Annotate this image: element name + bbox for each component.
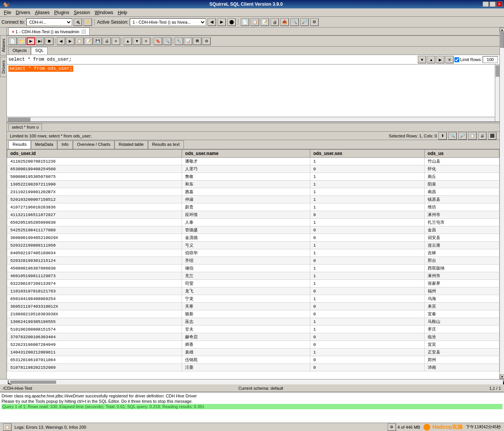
table-row[interactable]: 632200197209133974司莹1张家界 <box>7 280 499 287</box>
limit-rows-checkbox[interactable] <box>454 57 459 62</box>
table-row[interactable]: 360521197403310012X关寒0来宾 <box>7 303 499 310</box>
stop-session-button[interactable]: ⬤ <box>227 18 236 26</box>
print-button[interactable]: 🖨 <box>271 18 279 26</box>
find-button[interactable]: 🔍 <box>163 37 171 45</box>
table-row[interactable]: 640502197405189034伯琼华1吉林 <box>7 249 499 257</box>
table-row[interactable]: 411025200708151236潘敬才1竹山县 <box>7 158 499 165</box>
up-button[interactable]: ▲ <box>124 37 132 45</box>
hscroll-thumb[interactable] <box>10 381 56 384</box>
copy-results-button[interactable]: 📋 <box>468 132 477 140</box>
prev-sql-button[interactable]: ◀ <box>57 37 65 45</box>
export-results-button[interactable]: ⬆ <box>438 132 447 140</box>
close-button[interactable]: ✕ <box>496 2 502 7</box>
result-tab-charts[interactable]: Overview / Charts <box>73 140 114 149</box>
memory-icon[interactable]: ⚙ <box>388 423 396 431</box>
menu-windows[interactable]: Windows <box>92 9 116 16</box>
connect-button[interactable]: 🔌 <box>74 18 82 26</box>
session-tab-1[interactable]: × 1 - CDH-Hive-Test () as hiveadmin ⬜ <box>8 27 90 35</box>
tools3-button[interactable]: 🛠 <box>193 37 201 45</box>
right-scrollbar-thumb[interactable] <box>500 32 504 48</box>
tools2-button[interactable]: 📊 <box>184 37 192 45</box>
table-row[interactable]: 522623196007284949师香0宜宾 <box>7 341 499 349</box>
editor-scrollbar-thumb[interactable] <box>496 65 499 77</box>
save-sql-button[interactable]: 💾 <box>93 37 102 45</box>
limit-rows-input[interactable] <box>483 56 498 63</box>
menu-help[interactable]: Help <box>116 9 130 16</box>
copy-sql-button[interactable]: 📋 <box>75 37 84 45</box>
format-sql-button[interactable]: ≡ <box>112 37 120 45</box>
table-row[interactable]: 520103200907158512仲淑1镇原县 <box>7 196 499 203</box>
bottom-hscrollbar[interactable]: ◀ ▶ <box>0 379 504 384</box>
table-row[interactable]: 210868219510303938X骆新0宜春 <box>7 310 499 318</box>
scroll-up-button[interactable]: ▲ <box>500 27 504 32</box>
menu-aliases[interactable]: Aliases <box>32 9 52 16</box>
col-id[interactable]: ods_user.id <box>7 150 182 158</box>
run-sql-button[interactable]: ▶ <box>27 37 35 45</box>
next-session-button[interactable]: ▶ <box>217 18 226 26</box>
table-row[interactable]: 360800199405210029X金茂德0诏安县 <box>7 234 499 242</box>
open-sql-button[interactable]: 📁 <box>18 37 26 45</box>
menu-file[interactable]: File <box>2 9 13 16</box>
new-session-button[interactable]: 📄 <box>241 18 249 26</box>
table-row[interactable]: 460105199811129873充兰1涿州市 <box>7 272 499 280</box>
result-tab-metadata[interactable]: MetaData <box>31 140 58 149</box>
down-button[interactable]: ▼ <box>133 37 141 45</box>
hscroll-left-button[interactable]: ◀ <box>8 380 9 384</box>
session-combo[interactable]: 1 - CDH-Hive-Test () as hivea... <box>130 18 206 26</box>
tab-objects[interactable]: Objects <box>8 47 31 55</box>
drivers-tab[interactable]: Drivers <box>0 57 7 77</box>
result-tab-results[interactable]: Results <box>8 140 31 149</box>
log-icon-button[interactable]: 📋 <box>3 423 11 431</box>
table-row[interactable]: 410727196010283836蔚贵1维坊 <box>7 203 499 211</box>
table-row[interactable]: 510106200808151574甘夫1枣庄 <box>7 326 499 333</box>
table-row[interactable]: 542525198411177088管德盛0金昌 <box>7 226 499 234</box>
paste-sql-button[interactable]: 📝 <box>84 37 93 45</box>
table-row[interactable]: 520322199809111950弓义1连云港 <box>7 242 499 249</box>
table-row[interactable]: 510781198202152989汪垂0沛南 <box>7 364 499 371</box>
menu-plugins[interactable]: Plugins <box>52 9 71 16</box>
export-button[interactable]: 📤 <box>280 18 289 26</box>
bookmark-button[interactable]: 🔖 <box>154 37 162 45</box>
copy-session-button[interactable]: 📝 <box>261 18 269 26</box>
table-row[interactable]: 450800196307096030储伯1西双版纳 <box>7 265 499 272</box>
table-row[interactable]: 110103197810121763龙飞0福州 <box>7 287 499 295</box>
sql-clear-button[interactable]: ✕ <box>445 56 454 63</box>
table-row[interactable]: 500000195305076075詹敛1南丘 <box>7 173 499 181</box>
query-tab-1[interactable]: select * from o <box>8 124 42 131</box>
sql-editor[interactable]: select * from ods_user; <box>7 65 499 122</box>
find-results-button[interactable]: 🔍 <box>448 132 457 140</box>
aliases-tab[interactable]: Aliases <box>0 35 7 55</box>
stop-sql-button[interactable]: ⏹ <box>45 37 53 45</box>
sql-input-up-button[interactable]: ▲ <box>427 56 435 63</box>
zoom-results-button[interactable]: 🔎 <box>458 132 467 140</box>
results-table-container[interactable]: ods_user.id ods_user.name ods_user.sex o… <box>7 149 499 379</box>
run-step-button[interactable]: ▶| <box>36 37 44 45</box>
connect-combo[interactable]: CDH-H... <box>26 18 72 26</box>
table-row[interactable]: 231102199801202B7X惠嘉1南昌 <box>7 188 499 196</box>
zoom-out-button[interactable]: 🔎 <box>300 18 309 26</box>
tools4-button[interactable]: ⚙ <box>202 37 211 45</box>
scroll-button[interactable]: ≡ <box>142 37 150 45</box>
next-sql-button[interactable]: ▶ <box>66 37 74 45</box>
editor-hscrollbar-thumb[interactable] <box>8 118 31 121</box>
sql-input[interactable] <box>7 55 416 64</box>
new-sql-button[interactable]: 📄 <box>8 37 17 45</box>
table-row[interactable]: 650205195205099830人泰1扎兰屯市 <box>7 219 499 226</box>
col-sex[interactable]: ods_user.sex <box>310 150 424 158</box>
prev-session-button[interactable]: ◀ <box>208 18 216 26</box>
result-tab-rotated[interactable]: Rotated table <box>114 140 148 149</box>
right-scrollbar[interactable]: ▲ ▼ <box>499 27 504 379</box>
table-row[interactable]: 411321196511072827应环情0涿州市 <box>7 211 499 219</box>
col-name[interactable]: ods_user.name <box>182 150 310 158</box>
table-row[interactable]: 650104198408069254宁龙1乌海 <box>7 295 499 303</box>
print-sql-button[interactable]: 🖨 <box>103 37 111 45</box>
scroll-down-button[interactable]: ▼ <box>500 375 504 379</box>
tab-sql[interactable]: SQL <box>31 47 48 55</box>
editor-scrollbar[interactable] <box>495 65 499 121</box>
tools1-button[interactable]: 🔧 <box>175 37 183 45</box>
menu-drivers[interactable]: Drivers <box>13 9 32 16</box>
sql-input-down-button[interactable]: ▼ <box>418 56 426 63</box>
maximize-button[interactable]: □ <box>490 2 496 7</box>
table-row[interactable]: 520328199301215124齐绍0邢台 <box>7 257 499 265</box>
session-tab-close-icon[interactable]: ⬜ <box>81 29 86 34</box>
